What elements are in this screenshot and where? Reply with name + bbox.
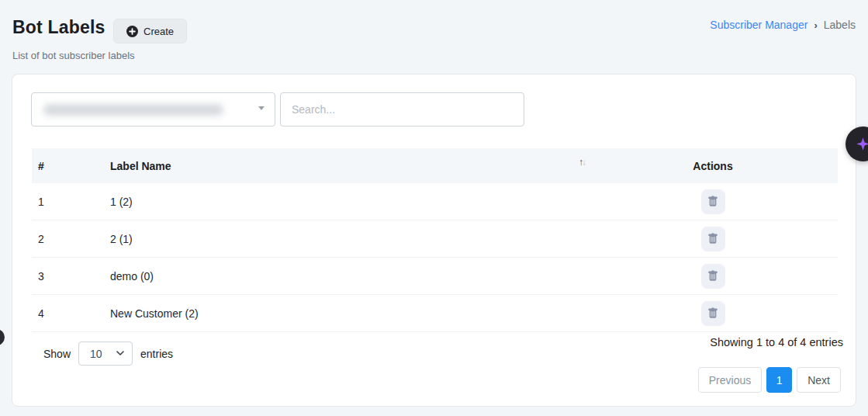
breadcrumb-separator-icon: › bbox=[814, 19, 817, 31]
sort-desc-arrow-icon: ↓ bbox=[582, 157, 585, 168]
row-index: 3 bbox=[32, 270, 104, 283]
bot-labels-page: Bot Labels Create List of bot subscriber… bbox=[0, 0, 868, 416]
breadcrumb-current: Labels bbox=[824, 19, 856, 31]
table-header-row: # Label Name ↑↓ Actions bbox=[32, 148, 838, 183]
breadcrumb: Subscriber Manager › Labels bbox=[710, 19, 856, 31]
plus-circle-icon bbox=[126, 26, 138, 37]
column-header-label-name-text: Label Name bbox=[110, 160, 171, 172]
sparkle-icon bbox=[855, 136, 868, 152]
bot-select-dropdown[interactable] bbox=[31, 92, 275, 127]
sort-icon[interactable]: ↑↓ bbox=[579, 158, 585, 167]
table-footer: Show 10 entries Showing 1 to 4 of 4 entr… bbox=[32, 332, 843, 363]
pagination-previous-button[interactable]: Previous bbox=[698, 367, 762, 393]
chevron-down-icon bbox=[116, 351, 124, 356]
trash-icon bbox=[707, 307, 718, 319]
table-row: 4 New Customer (2) bbox=[32, 295, 838, 332]
trash-icon bbox=[707, 270, 718, 282]
delete-button[interactable] bbox=[701, 227, 725, 251]
show-label: Show bbox=[43, 348, 71, 360]
labels-table: # Label Name ↑↓ Actions 1 1 (2) bbox=[32, 148, 838, 332]
caret-down-icon bbox=[258, 106, 265, 110]
row-label: 1 (2) bbox=[104, 196, 588, 208]
page-header: Bot Labels Create List of bot subscriber… bbox=[12, 16, 856, 62]
breadcrumb-link-subscriber-manager[interactable]: Subscriber Manager bbox=[710, 19, 807, 31]
bot-select-redacted-value bbox=[43, 104, 223, 116]
left-edge-widget[interactable] bbox=[0, 329, 5, 345]
table-row: 3 demo (0) bbox=[32, 258, 838, 295]
labels-card: # Label Name ↑↓ Actions 1 1 (2) bbox=[12, 74, 856, 407]
trash-icon bbox=[707, 233, 718, 244]
row-index: 1 bbox=[32, 196, 104, 208]
page-size-value: 10 bbox=[90, 348, 102, 360]
page-title: Bot Labels bbox=[12, 17, 105, 38]
create-button[interactable]: Create bbox=[113, 19, 187, 43]
entries-label: entries bbox=[140, 348, 173, 360]
pagination-page-1-button[interactable]: 1 bbox=[766, 367, 792, 393]
delete-button[interactable] bbox=[701, 264, 725, 289]
table-row: 2 2 (1) bbox=[32, 220, 838, 258]
row-index: 2 bbox=[32, 233, 104, 245]
row-label: demo (0) bbox=[104, 270, 588, 283]
column-header-actions: Actions bbox=[588, 160, 838, 172]
page-subtitle: List of bot subscriber labels bbox=[12, 50, 135, 61]
row-label: New Customer (2) bbox=[104, 307, 588, 320]
show-entries-control: Show 10 entries bbox=[43, 341, 173, 366]
column-header-label-name[interactable]: Label Name ↑↓ bbox=[104, 148, 588, 183]
delete-button[interactable] bbox=[701, 301, 725, 326]
pagination-next-button[interactable]: Next bbox=[797, 367, 841, 393]
column-header-index: # bbox=[32, 160, 104, 172]
row-index: 4 bbox=[32, 307, 104, 320]
search-input[interactable] bbox=[280, 92, 524, 127]
table-row: 1 1 (2) bbox=[32, 183, 838, 220]
create-button-label: Create bbox=[144, 26, 174, 37]
pagination: Previous 1 Next bbox=[698, 367, 841, 393]
trash-icon bbox=[707, 196, 718, 207]
page-size-select[interactable]: 10 bbox=[78, 341, 133, 366]
delete-button[interactable] bbox=[701, 189, 725, 214]
row-label: 2 (1) bbox=[104, 233, 588, 245]
entries-summary: Showing 1 to 4 of 4 entries bbox=[710, 336, 843, 348]
